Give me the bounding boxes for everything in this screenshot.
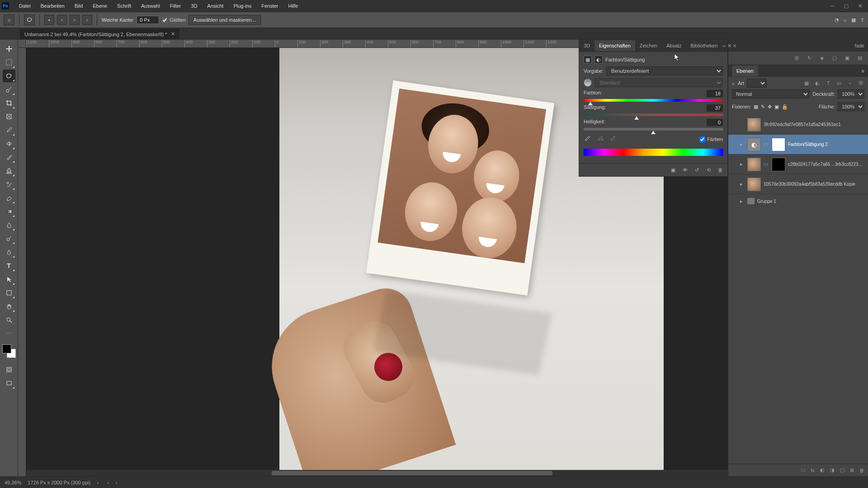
preset-select[interactable]: Benutzerdefiniert bbox=[606, 66, 723, 75]
link-icon[interactable]: ⬭ bbox=[764, 141, 769, 147]
opacity-select[interactable]: 100% bbox=[838, 89, 864, 99]
hue-slider[interactable] bbox=[584, 99, 723, 102]
cloud-docs-icon[interactable]: ◔ bbox=[835, 17, 839, 23]
hue-range-bar[interactable] bbox=[584, 149, 723, 156]
type-tool[interactable]: T bbox=[3, 259, 15, 272]
layer-mask-thumb[interactable] bbox=[772, 138, 785, 151]
delete-adjustment-icon[interactable]: 🗑 bbox=[717, 166, 724, 174]
menu-datei[interactable]: Datei bbox=[14, 1, 35, 10]
ruler-vertical[interactable] bbox=[18, 48, 26, 476]
menu-3d[interactable]: 3D bbox=[186, 1, 202, 10]
layer-mask-icon[interactable]: ◐ bbox=[820, 467, 825, 473]
layer-row[interactable]: ▸10578e30b30092a4abf5b83a539ecddb Kopie bbox=[728, 174, 868, 194]
document-dimensions[interactable]: 1726 Px x 2000 Px (300 ppi) bbox=[28, 480, 90, 485]
marquee-tool[interactable] bbox=[3, 56, 15, 69]
blur-tool[interactable] bbox=[3, 219, 15, 231]
pen-tool[interactable] bbox=[3, 246, 15, 258]
feather-input[interactable] bbox=[137, 16, 159, 24]
layer-thumb[interactable]: ◐ bbox=[747, 138, 761, 151]
ruler-origin[interactable] bbox=[18, 40, 26, 48]
menu-filter[interactable]: Filter bbox=[165, 1, 185, 10]
lock-artboard-icon[interactable]: ▣ bbox=[774, 104, 779, 110]
menu-hilfe[interactable]: Hilfe bbox=[283, 1, 302, 10]
frame-panel-icon[interactable]: ▢ bbox=[831, 55, 838, 62]
document-tab[interactable]: Unbenannt-2 bei 49,4% (Farbton/Sättigung… bbox=[20, 28, 179, 39]
eraser-tool[interactable] bbox=[3, 192, 15, 204]
properties-tab-3d[interactable]: 3D bbox=[579, 40, 594, 51]
layer-name[interactable]: Farbton/Sättigung 2 bbox=[788, 142, 865, 147]
hand-tool[interactable] bbox=[3, 300, 15, 313]
channel-select[interactable]: Standard bbox=[594, 78, 723, 87]
new-layer-icon[interactable]: ⊞ bbox=[850, 467, 854, 473]
saturation-value-input[interactable] bbox=[707, 104, 723, 112]
gradient-tool[interactable] bbox=[3, 205, 15, 218]
tool-preset-picker[interactable] bbox=[24, 14, 35, 25]
clip-to-layer-icon[interactable]: ▣ bbox=[670, 166, 677, 174]
properties-tab-eigenschaften[interactable]: Eigenschaften bbox=[594, 40, 635, 51]
menu-fenster[interactable]: Fenster bbox=[257, 1, 283, 10]
menu-plug-ins[interactable]: Plug-ins bbox=[229, 1, 256, 10]
layer-name[interactable]: c28b024177a5c7a65…3rb3cc82234 Kopie … bbox=[788, 162, 865, 167]
layer-group[interactable]: ▸Gruppe 1 bbox=[728, 194, 868, 208]
quick-mask-icon[interactable] bbox=[3, 363, 15, 376]
close-button[interactable]: ✕ bbox=[854, 1, 866, 11]
filter-shape-icon[interactable]: ▭ bbox=[835, 80, 843, 87]
hue-value-input[interactable] bbox=[707, 90, 723, 97]
panel-close-icon[interactable]: ✕ bbox=[727, 43, 731, 49]
filter-pixel-icon[interactable]: ▦ bbox=[803, 80, 810, 87]
menu-ebene[interactable]: Ebene bbox=[88, 1, 112, 10]
kind-select[interactable] bbox=[747, 79, 767, 88]
crop-tool[interactable] bbox=[3, 97, 15, 109]
saturation-slider[interactable] bbox=[584, 113, 723, 116]
group-icon[interactable]: ▢ bbox=[840, 467, 844, 473]
lock-transparent-icon[interactable]: ▦ bbox=[754, 104, 758, 110]
blend-mode-select[interactable]: Normal bbox=[732, 89, 810, 99]
eye-icon[interactable] bbox=[731, 141, 737, 148]
healing-tool[interactable] bbox=[3, 137, 15, 150]
shape-tool[interactable] bbox=[3, 286, 15, 299]
dock-tab-fade[interactable]: fade bbox=[855, 43, 864, 48]
toggle-visibility-icon[interactable]: 👁 bbox=[681, 166, 689, 174]
menu-bild[interactable]: Bild bbox=[70, 1, 87, 10]
chevron-right-icon[interactable]: ▸ bbox=[740, 161, 745, 167]
screen-mode-icon[interactable] bbox=[3, 377, 15, 389]
lightness-slider[interactable] bbox=[584, 128, 723, 131]
panel-collapse-icon[interactable]: ‹‹ bbox=[722, 43, 726, 49]
zoom-tool[interactable] bbox=[3, 314, 15, 326]
layer-name[interactable]: 10578e30b30092a4abf5b83a539ecddb Kopie bbox=[764, 182, 865, 187]
fill-select[interactable]: 100% bbox=[838, 102, 864, 111]
more-panel-icon[interactable]: ▤ bbox=[856, 55, 863, 62]
selection-intersect-icon[interactable]: ▫ bbox=[82, 15, 92, 25]
layer-thumb[interactable] bbox=[747, 158, 761, 171]
status-nav-right-icon[interactable]: › bbox=[115, 480, 117, 485]
reset-icon[interactable]: ⟲ bbox=[705, 166, 712, 174]
kind-filter-icon[interactable]: ⌕ bbox=[732, 80, 735, 86]
menu-bearbeiten[interactable]: Bearbeiten bbox=[36, 1, 69, 10]
colorize-checkbox[interactable]: Färben bbox=[699, 136, 723, 142]
diamond-icon[interactable]: ◈ bbox=[818, 55, 826, 62]
menu-schrift[interactable]: Schrift bbox=[113, 1, 136, 10]
filter-adjust-icon[interactable]: ◐ bbox=[814, 80, 821, 87]
selection-subtract-icon[interactable]: ▫ bbox=[70, 15, 80, 25]
menu-ansicht[interactable]: Ansicht bbox=[203, 1, 228, 10]
properties-tab-zeichen[interactable]: Zeichen bbox=[635, 40, 662, 51]
expand-panel-icon[interactable]: ▣ bbox=[844, 55, 851, 62]
eye-icon[interactable] bbox=[731, 122, 737, 128]
reset-previous-icon[interactable]: ↺ bbox=[693, 166, 700, 174]
move-tool[interactable] bbox=[3, 42, 15, 55]
eye-icon[interactable] bbox=[731, 181, 737, 188]
history-brush-tool[interactable] bbox=[3, 178, 15, 191]
lock-all-icon[interactable]: 🔒 bbox=[782, 104, 788, 110]
selection-new-icon[interactable]: ▪ bbox=[44, 15, 54, 25]
lock-position-icon[interactable]: ✥ bbox=[768, 104, 772, 110]
link-icon[interactable]: ⬭ bbox=[764, 161, 769, 167]
lightness-value-input[interactable] bbox=[707, 119, 723, 126]
layer-row[interactable]: ▸◐⬭Farbton/Sättigung 2 bbox=[728, 135, 868, 155]
more-tools[interactable]: ⋯ bbox=[3, 327, 15, 340]
layer-thumb[interactable] bbox=[747, 118, 761, 131]
eyedropper-tool[interactable] bbox=[3, 124, 15, 136]
lock-paint-icon[interactable]: ✎ bbox=[761, 104, 765, 110]
eyedropper-minus-icon[interactable]: - bbox=[609, 135, 617, 143]
filter-toggle-icon[interactable]: ⦿ bbox=[857, 80, 864, 87]
layers-tab[interactable]: Ebenen bbox=[732, 66, 758, 76]
